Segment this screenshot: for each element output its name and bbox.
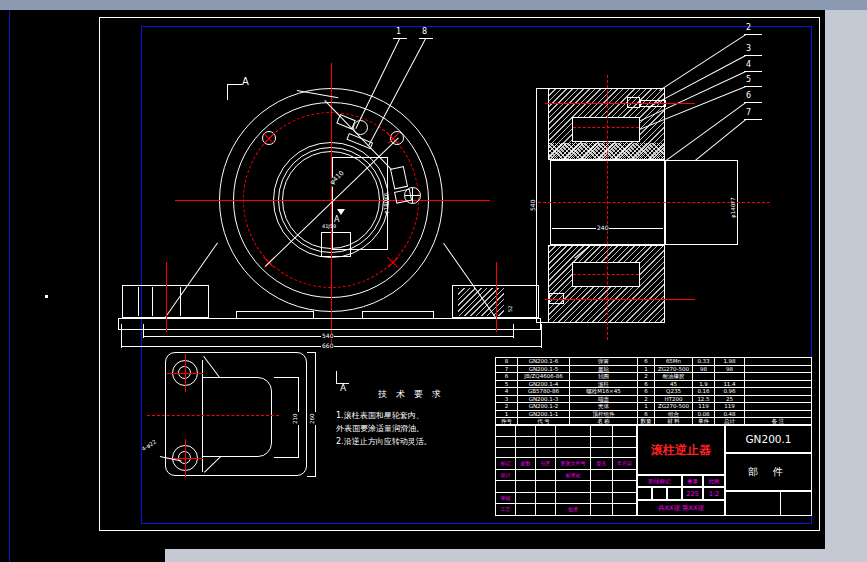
callout-underline bbox=[744, 55, 762, 56]
bom-row: 8GN200.1-6弹簧665Mn0.331.98 bbox=[496, 358, 811, 366]
tech-note-line: 2.沿逆止方向应转动灵活。 bbox=[336, 438, 432, 446]
dim-hub-bore: φ180K6 bbox=[384, 193, 390, 214]
callout-underline bbox=[744, 102, 762, 103]
revision-empty-cell bbox=[516, 426, 535, 436]
dim-shaft-dia: φ140F7 bbox=[731, 197, 737, 218]
revision-label-cell: 审核 bbox=[496, 493, 515, 503]
foot-centerline-left bbox=[166, 262, 167, 332]
ext-line bbox=[274, 457, 298, 458]
dim-foot-outer-height: 260 bbox=[310, 413, 316, 426]
callout-5: 5 bbox=[746, 76, 751, 84]
bom-row: 5GN200.1-4滚柱6451.911.4 bbox=[496, 381, 811, 389]
bom-cell: 毡圈 bbox=[570, 373, 638, 380]
bom-cell: 总计 bbox=[715, 418, 745, 425]
revision-empty-cell bbox=[516, 481, 535, 492]
bom-cell bbox=[745, 358, 811, 365]
bom-cell: 4 bbox=[496, 388, 518, 395]
bom-cell: 119 bbox=[693, 403, 715, 410]
revision-label-cell: 标准化 bbox=[556, 470, 590, 480]
ext-line bbox=[274, 377, 298, 378]
bom-row: 1GN200.1-1顶杆组件6组合0.080.48 bbox=[496, 411, 811, 419]
ext-line bbox=[121, 324, 122, 348]
ext-line bbox=[536, 88, 549, 89]
bom-row: 4GB5780-86螺栓M16×456Q2350.160.96 bbox=[496, 388, 811, 396]
revision-empty-cell bbox=[556, 493, 590, 503]
dim-line bbox=[536, 88, 537, 323]
callout-7: 7 bbox=[746, 109, 751, 117]
canvas-left-edge bbox=[9, 10, 10, 562]
base-slab bbox=[118, 318, 541, 330]
bom-cell bbox=[745, 411, 811, 418]
revision-empty-cell bbox=[536, 493, 555, 503]
bom-row: 6JB/ZQ4606-86毡圈2耐油橡胶 bbox=[496, 373, 811, 381]
revision-empty-cell bbox=[536, 470, 555, 480]
bom-cell: 0.08 bbox=[693, 411, 715, 418]
bom-cell: 1 bbox=[496, 411, 518, 418]
bom-cell: GN200.1-6 bbox=[518, 358, 570, 365]
bom-cell: 1.98 bbox=[715, 358, 745, 365]
bom-cell: 6 bbox=[638, 381, 655, 388]
stray-dot bbox=[45, 295, 48, 298]
revision-label-cell: 更改文件号 bbox=[556, 458, 590, 469]
revision-label-cell: 签名 bbox=[591, 458, 612, 469]
bom-cell: GB5780-86 bbox=[518, 388, 570, 395]
bom-cell: 0.33 bbox=[693, 358, 715, 365]
revision-empty-cell bbox=[556, 448, 590, 457]
bom-cell: 12.5 bbox=[693, 396, 715, 403]
scale-header-cell: 比例 bbox=[703, 475, 725, 487]
bom-cell: 0.96 bbox=[715, 388, 745, 395]
revision-empty-cell bbox=[536, 504, 555, 515]
callout-underline bbox=[744, 119, 762, 120]
callout-6: 6 bbox=[746, 92, 751, 100]
bom-cell: 2 bbox=[638, 373, 655, 380]
ext-line bbox=[541, 324, 542, 348]
bearing-upper bbox=[572, 117, 640, 142]
bom-cell: 5 bbox=[496, 381, 518, 388]
foot-line bbox=[152, 287, 153, 316]
bom-cell: 6 bbox=[638, 358, 655, 365]
stage-cell bbox=[637, 487, 652, 500]
bom-cell: 螺栓M16×45 bbox=[570, 388, 638, 395]
revision-empty-cell bbox=[556, 481, 590, 492]
hole-centerline bbox=[167, 373, 203, 374]
tech-note-line: 外表面要涂适量润滑油。 bbox=[336, 425, 424, 433]
revision-empty-cell bbox=[613, 470, 636, 480]
revision-empty-cell bbox=[496, 426, 515, 436]
title-block-divider bbox=[780, 491, 781, 516]
bearing-axis-lower bbox=[573, 274, 639, 275]
bom-cell bbox=[715, 373, 745, 380]
bom-row: 2GN200.1-2壳体1ZG270-500119119 bbox=[496, 403, 811, 411]
revision-empty-cell bbox=[591, 470, 612, 480]
weight-value-cell: 225 bbox=[682, 487, 703, 500]
revision-empty-cell bbox=[613, 504, 636, 515]
view-mark-line bbox=[227, 84, 228, 100]
callout-underline bbox=[744, 34, 762, 35]
bolt-axis-bottom bbox=[545, 299, 695, 300]
revision-empty-cell bbox=[536, 437, 555, 447]
bom-cell: 数量 bbox=[638, 418, 655, 425]
foot-line bbox=[138, 287, 139, 316]
bom-cell: 7 bbox=[496, 366, 518, 373]
revision-empty-cell bbox=[613, 437, 636, 447]
revision-label-cell: 年月日 bbox=[613, 458, 636, 469]
revision-empty-cell bbox=[516, 504, 535, 515]
bom-cell: 备 注 bbox=[745, 418, 811, 425]
revision-empty-cell bbox=[556, 426, 590, 436]
bom-cell: 弹簧 bbox=[570, 358, 638, 365]
dim-foot-section: 52 bbox=[508, 306, 513, 312]
dim-keyway: 41JS9 bbox=[322, 224, 336, 229]
bom-cell: 顶杆组件 bbox=[570, 411, 638, 418]
foot-centerline-right bbox=[496, 262, 497, 332]
bom-cell: 0.16 bbox=[693, 388, 715, 395]
section-label-top: A bbox=[242, 77, 249, 87]
bom-cell: 件号 bbox=[496, 418, 518, 425]
bom-cell: 材 料 bbox=[655, 418, 693, 425]
drawing-number-cell: GN200.1 bbox=[725, 425, 812, 453]
bom-cell: ZG270-500 bbox=[655, 366, 693, 373]
revision-empty-cell bbox=[516, 437, 535, 447]
revision-empty-cell bbox=[613, 426, 636, 436]
title-block-empty-cell bbox=[725, 491, 812, 516]
canvas-bottom-strip bbox=[0, 549, 165, 562]
bom-cell: 壳体 bbox=[570, 403, 638, 410]
revision-label-cell: 处数 bbox=[516, 458, 535, 469]
